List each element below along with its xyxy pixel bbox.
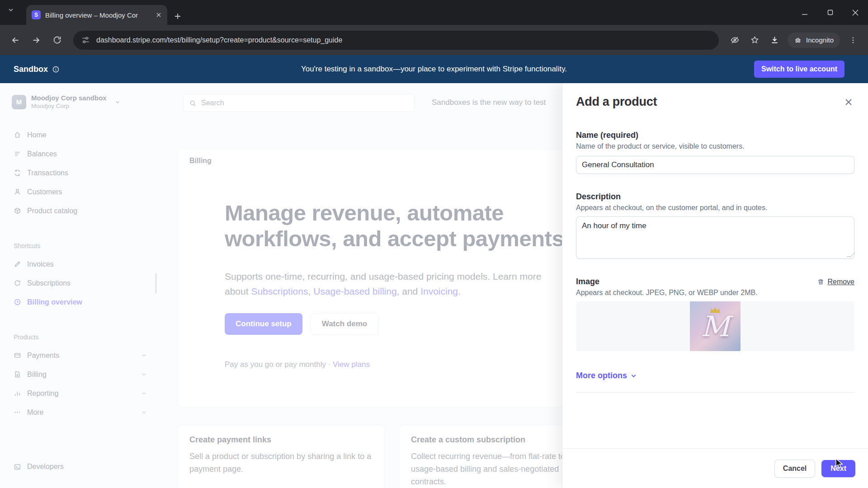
maximize-icon[interactable]	[817, 0, 843, 25]
account-name: Moodjoy Corp sandbox	[31, 94, 107, 103]
sidebar-item-home[interactable]: Home	[9, 126, 151, 145]
menu-dots-icon[interactable]	[844, 32, 862, 49]
browser-titlebar: S Billing overview – Moodjoy Cor	[0, 0, 868, 25]
invoices-icon	[14, 260, 21, 268]
transactions-icon	[14, 169, 21, 177]
bookmark-star-icon[interactable]	[746, 32, 763, 49]
sidebar-item-label: Payments	[27, 352, 59, 360]
account-names: Moodjoy Corp sandbox Moodjoy Corp	[31, 94, 107, 110]
chevron-down-icon	[141, 409, 147, 415]
panel-title: Add a product	[576, 95, 657, 109]
subscriptions-icon	[14, 279, 21, 287]
home-icon	[14, 131, 21, 139]
sidebar-item-more[interactable]: More	[9, 403, 151, 422]
sidebar-section-products: Products	[14, 333, 147, 341]
sandboxes-notice: Sandboxes is the new way to test	[432, 98, 546, 107]
reporting-icon	[14, 389, 21, 397]
usage-based-billing-link[interactable]: Usage-based billing	[313, 286, 396, 296]
hero-body-line2-pre: about	[225, 286, 251, 296]
sidebar-item-label: Invoices	[27, 260, 54, 268]
customers-icon	[14, 188, 21, 196]
sandbox-message: You're testing in a sandbox—your place t…	[301, 65, 567, 74]
url-bar[interactable]: dashboard.stripe.com/test/billing/setup?…	[73, 31, 719, 50]
cancel-button[interactable]: Cancel	[774, 460, 815, 478]
payments-icon	[14, 352, 21, 359]
sidebar-item-payments[interactable]: Payments	[9, 346, 151, 365]
minimize-icon[interactable]	[792, 0, 817, 25]
close-icon[interactable]	[843, 0, 868, 25]
account-subname: Moodjoy Corp	[31, 103, 107, 110]
invoicing-link[interactable]: Invoicing	[420, 286, 458, 296]
sidebar-item-reporting[interactable]: Reporting	[9, 384, 151, 403]
image-label: Image	[576, 277, 599, 286]
description-textarea-wrap: An hour of my time	[576, 216, 854, 259]
switch-to-live-button[interactable]: Switch to live account	[754, 61, 844, 78]
sidebar-item-label: More	[27, 408, 43, 417]
billing-icon	[14, 371, 21, 378]
name-field[interactable]	[576, 156, 854, 174]
sidebar-item-label: Home	[27, 131, 47, 139]
new-tab-icon[interactable]	[174, 12, 182, 20]
sidebar-item-billing[interactable]: Billing	[9, 365, 151, 384]
chevron-down-icon	[141, 352, 147, 358]
chevron-down-icon[interactable]	[7, 6, 14, 14]
subscriptions-link[interactable]: Subscriptions	[251, 286, 308, 296]
chevron-down-icon	[630, 372, 637, 379]
continue-setup-button[interactable]: Continue setup	[225, 313, 302, 335]
description-field[interactable]: An hour of my time	[576, 216, 854, 259]
view-plans-link[interactable]: View plans	[333, 360, 370, 369]
info-icon[interactable]	[52, 66, 60, 73]
incognito-badge[interactable]: Incognito	[788, 33, 840, 48]
sidebar-item-transactions[interactable]: Transactions	[9, 164, 151, 183]
chevron-down-icon	[114, 99, 121, 105]
add-product-panel: Add a product Name (required) Name of th…	[562, 83, 868, 488]
sidebar-scrollbar[interactable]	[155, 273, 157, 294]
site-settings-icon[interactable]	[81, 36, 90, 44]
image-field-group: Image Remove Appears at checkout. JPEG, …	[576, 277, 854, 351]
browser-toolbar: dashboard.stripe.com/test/billing/setup?…	[0, 25, 868, 55]
image-header-row: Image Remove	[576, 277, 854, 286]
sidebar-item-label: Transactions	[27, 169, 68, 177]
tab-close-icon[interactable]	[156, 12, 162, 18]
url-text[interactable]: dashboard.stripe.com/test/billing/setup?…	[96, 36, 342, 44]
sidebar-item-subscriptions[interactable]: Subscriptions	[9, 274, 151, 293]
privacy-eye-icon[interactable]	[726, 32, 743, 49]
back-icon[interactable]	[6, 31, 24, 49]
panel-close-icon[interactable]	[843, 96, 854, 108]
balances-icon	[14, 150, 21, 158]
watch-demo-button[interactable]: Watch demo	[311, 313, 378, 335]
sidebar-item-label: Billing overview	[27, 298, 82, 306]
description-label: Description	[576, 192, 854, 202]
download-icon[interactable]	[766, 32, 783, 49]
sidebar: M Moodjoy Corp sandbox Moodjoy Corp Home	[0, 83, 158, 488]
more-options-button[interactable]: More options	[576, 371, 637, 380]
browser-tab[interactable]: S Billing overview – Moodjoy Cor	[26, 5, 167, 25]
hero-body-sep2: , and	[397, 286, 421, 296]
sidebar-item-customers[interactable]: Customers	[9, 183, 151, 202]
remove-label: Remove	[827, 278, 854, 286]
search-bar[interactable]	[183, 94, 415, 112]
sidebar-item-developers[interactable]: Developers	[9, 457, 151, 476]
forward-icon[interactable]	[27, 31, 45, 49]
sidebar-item-label: Developers	[27, 463, 64, 471]
next-button[interactable]: Next	[821, 460, 855, 477]
panel-divider	[576, 392, 854, 393]
developers-icon	[14, 463, 21, 471]
sidebar-item-label: Balances	[27, 150, 57, 158]
thumbnail-letter: M	[690, 301, 741, 351]
bottom-cards: Create payment links Sell a product or s…	[177, 425, 601, 488]
product-image-thumbnail[interactable]: M	[690, 301, 741, 351]
create-payment-links-card[interactable]: Create payment links Sell a product or s…	[177, 425, 385, 488]
account-switcher[interactable]: M Moodjoy Corp sandbox Moodjoy Corp	[9, 94, 151, 110]
remove-image-button[interactable]: Remove	[817, 278, 854, 286]
card-description: Sell a product or subscription by sharin…	[189, 450, 373, 475]
sidebar-item-product-catalog[interactable]: Product catalog	[9, 202, 151, 221]
sidebar-item-balances[interactable]: Balances	[9, 145, 151, 164]
image-help: Appears at checkout. JPEG, PNG, or WEBP …	[576, 289, 854, 297]
sidebar-item-invoices[interactable]: Invoices	[9, 255, 151, 274]
search-input[interactable]	[201, 99, 409, 107]
tab-title: Billing overview – Moodjoy Cor	[45, 11, 151, 19]
reload-icon[interactable]	[48, 31, 66, 49]
account-avatar: M	[12, 95, 26, 109]
sidebar-item-billing-overview[interactable]: Billing overview	[9, 293, 151, 312]
